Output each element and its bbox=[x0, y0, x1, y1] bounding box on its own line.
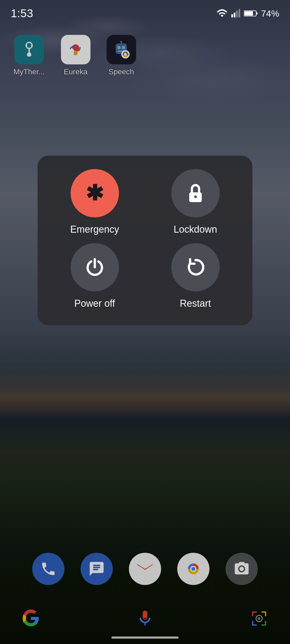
lockdown-item[interactable]: Lockdown bbox=[149, 169, 242, 235]
status-time: 1:53 bbox=[11, 7, 33, 20]
poweroff-label: Power off bbox=[74, 298, 115, 309]
restart-item[interactable]: Restart bbox=[149, 243, 242, 309]
battery-text: 74% bbox=[261, 8, 279, 19]
svg-rect-0 bbox=[231, 14, 233, 17]
signal-icon bbox=[231, 9, 241, 18]
restart-button[interactable] bbox=[171, 243, 220, 291]
power-icon bbox=[84, 257, 106, 278]
svg-rect-1 bbox=[234, 13, 235, 17]
status-bar: 1:53 74% bbox=[0, 0, 290, 21]
status-icons: 74% bbox=[216, 8, 279, 19]
emergency-button[interactable]: ✱ bbox=[71, 169, 119, 217]
poweroff-button[interactable] bbox=[71, 243, 119, 291]
poweroff-item[interactable]: Power off bbox=[48, 243, 141, 309]
svg-rect-2 bbox=[236, 11, 238, 18]
lock-icon bbox=[185, 182, 206, 204]
emergency-item[interactable]: ✱ Emergency bbox=[48, 169, 141, 235]
svg-rect-5 bbox=[256, 12, 258, 14]
battery-icon bbox=[244, 9, 258, 17]
emergency-label: Emergency bbox=[70, 224, 119, 235]
svg-rect-3 bbox=[238, 9, 240, 18]
svg-point-19 bbox=[194, 195, 197, 198]
lockdown-label: Lockdown bbox=[173, 224, 217, 235]
svg-rect-6 bbox=[244, 11, 253, 16]
lockdown-button[interactable] bbox=[171, 169, 220, 217]
emergency-asterisk-icon: ✱ bbox=[86, 182, 104, 204]
restart-icon bbox=[185, 257, 206, 278]
wifi-icon bbox=[216, 9, 228, 18]
restart-label: Restart bbox=[180, 298, 211, 309]
power-menu: ✱ Emergency Lockdown Power off bbox=[38, 156, 252, 325]
